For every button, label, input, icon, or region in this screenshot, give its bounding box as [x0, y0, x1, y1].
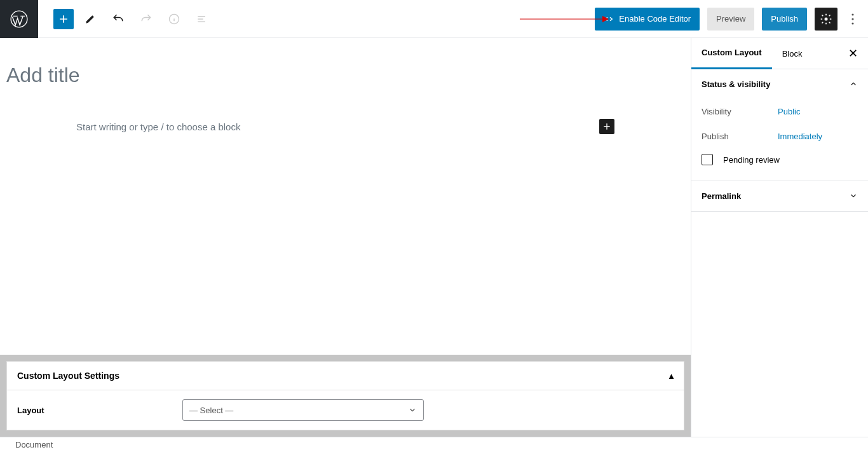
sidebar-tabs: Custom Layout Block ✕ — [691, 38, 868, 69]
wp-logo[interactable] — [0, 0, 38, 38]
pending-review-checkbox[interactable] — [702, 154, 713, 165]
permalink-section: Permalink — [691, 181, 868, 212]
more-options-button[interactable] — [845, 8, 860, 31]
undo-button[interactable] — [107, 8, 130, 31]
redo-button[interactable] — [135, 8, 158, 31]
settings-button[interactable] — [815, 8, 837, 31]
title-placeholder: Add title — [6, 64, 691, 87]
sidebar: Custom Layout Block ✕ Status & visibilit… — [691, 38, 868, 437]
title-area[interactable]: Add title — [0, 38, 691, 87]
svg-point-4 — [851, 13, 853, 15]
tab-custom-layout[interactable]: Custom Layout — [691, 38, 772, 69]
layout-select[interactable]: — Select — — [182, 399, 424, 421]
top-toolbar: Enable Code Editor Preview Publish — [0, 0, 868, 38]
publish-row: Publish Immediately — [702, 124, 858, 149]
status-visibility-heading[interactable]: Status & visibility — [691, 69, 868, 99]
breadcrumb[interactable]: Document — [0, 437, 868, 452]
visibility-value[interactable]: Public — [778, 107, 800, 116]
toolbar-right: Enable Code Editor Preview Publish — [595, 8, 868, 31]
publish-value[interactable]: Immediately — [778, 132, 822, 141]
visibility-row: Visibility Public — [702, 99, 858, 124]
custom-layout-settings-panel: Custom Layout Settings ▴ Layout — Select… — [0, 355, 691, 437]
layout-label: Layout — [17, 406, 182, 415]
chevron-up-icon — [849, 79, 858, 88]
svg-point-6 — [851, 22, 853, 24]
tab-block[interactable]: Block — [772, 38, 813, 69]
add-block-inline-button[interactable] — [599, 119, 614, 134]
gear-icon — [820, 13, 832, 25]
edit-icon[interactable] — [79, 8, 102, 31]
pending-review-row: Pending review — [702, 149, 858, 170]
chevron-down-icon — [849, 191, 858, 200]
caret-up-icon: ▴ — [669, 371, 674, 381]
kebab-icon — [851, 13, 854, 25]
publish-button[interactable]: Publish — [762, 8, 807, 31]
pending-review-label: Pending review — [723, 155, 780, 165]
info-icon[interactable] — [163, 8, 186, 31]
svg-point-3 — [825, 17, 828, 20]
chevron-down-icon — [408, 406, 417, 414]
settings-panel-title: Custom Layout Settings — [17, 371, 119, 381]
status-body: Visibility Public Publish Immediately Pe… — [691, 99, 868, 181]
main-area: Add title Start writing or type / to cho… — [0, 38, 868, 437]
outline-icon[interactable] — [191, 8, 214, 31]
plus-icon — [602, 121, 612, 132]
status-visibility-section: Status & visibility Visibility Public Pu… — [691, 69, 868, 181]
editor-canvas: Add title Start writing or type / to cho… — [0, 38, 691, 437]
settings-box: Custom Layout Settings ▴ Layout — Select… — [6, 361, 684, 430]
toolbar-left — [38, 8, 214, 31]
publish-label: Publish — [702, 132, 778, 141]
add-block-button[interactable] — [53, 9, 74, 29]
visibility-label: Visibility — [702, 107, 778, 116]
close-sidebar-button[interactable]: ✕ — [838, 46, 868, 60]
annotation-arrow — [520, 14, 609, 24]
settings-panel-header[interactable]: Custom Layout Settings ▴ — [7, 362, 684, 390]
permalink-heading[interactable]: Permalink — [691, 181, 868, 211]
svg-point-5 — [851, 18, 853, 20]
block-area[interactable]: Start writing or type / to choose a bloc… — [76, 119, 614, 134]
select-placeholder: — Select — — [189, 406, 233, 415]
code-editor-label: Enable Code Editor — [619, 14, 691, 24]
block-placeholder: Start writing or type / to choose a bloc… — [76, 121, 240, 132]
enable-code-editor-button[interactable]: Enable Code Editor — [595, 8, 700, 31]
preview-button[interactable]: Preview — [707, 8, 754, 31]
settings-panel-body: Layout — Select — — [7, 390, 684, 430]
